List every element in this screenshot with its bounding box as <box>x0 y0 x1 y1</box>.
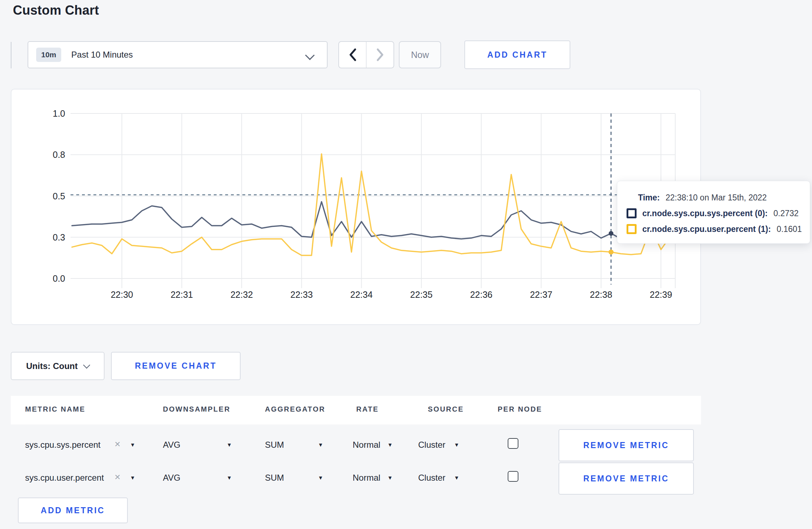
aggregator-arrow-icon[interactable]: ▼ <box>318 475 323 481</box>
x-axis-tick: 22:31 <box>170 290 193 300</box>
x-axis-tick: 22:30 <box>111 290 133 300</box>
source-arrow-icon[interactable]: ▼ <box>454 442 459 448</box>
downsampler-arrow-icon[interactable]: ▼ <box>227 475 232 481</box>
sys-hover-point <box>609 231 613 236</box>
tooltip-time-value: 22:38:10 on Mar 15th, 2022 <box>666 193 767 203</box>
cpu-usage-chart[interactable]: 0.00.30.50.81.022:3022:3122:3222:3322:34… <box>11 89 702 326</box>
clear-metric-icon[interactable]: × <box>115 471 120 483</box>
x-axis-tick: 22:33 <box>290 290 313 300</box>
source-arrow-icon[interactable]: ▼ <box>454 475 459 481</box>
downsampler-select[interactable]: AVG <box>163 473 180 483</box>
chevron-right-icon <box>376 48 384 61</box>
series-cr.node.sys.cpu.user.percent <box>72 154 671 256</box>
downsampler-select[interactable]: AVG <box>163 440 180 450</box>
x-axis-tick: 22:38 <box>590 290 613 300</box>
y-axis-tick: 0.8 <box>53 150 65 160</box>
next-window-button[interactable] <box>367 42 393 68</box>
tooltip-time-label: Time: <box>638 193 660 203</box>
sys-series-swatch-icon <box>627 208 637 218</box>
x-axis-tick: 22:35 <box>410 290 433 300</box>
rate-select[interactable]: Normal <box>353 440 380 450</box>
x-axis-tick: 22:37 <box>530 290 552 300</box>
remove-chart-button[interactable]: REMOVE CHART <box>111 352 241 380</box>
downsampler-arrow-icon[interactable]: ▼ <box>227 442 232 448</box>
rate-arrow-icon[interactable]: ▼ <box>387 475 393 481</box>
tooltip-user-label: cr.node.sys.cpu.user.percent (1): <box>642 224 771 234</box>
tooltip-time-row: Time: 22:38:10 on Mar 15th, 2022 <box>617 190 810 205</box>
y-axis-tick: 0.0 <box>53 273 65 283</box>
rate-select[interactable]: Normal <box>353 473 380 483</box>
metrics-table-header: METRIC NAME DOWNSAMPLER AGGREGATOR RATE … <box>11 396 701 424</box>
chart-card: 0.00.30.50.81.022:3022:3122:3222:3322:34… <box>11 89 701 325</box>
metric-name-select[interactable]: sys.cpu.user.percent <box>25 473 104 483</box>
tooltip-sys-value: 0.2732 <box>773 209 798 218</box>
page-title: Custom Chart <box>13 3 99 18</box>
toolbar-divider <box>11 42 11 68</box>
col-metric-name: METRIC NAME <box>25 405 86 413</box>
chevron-down-icon <box>305 50 315 60</box>
add-chart-button[interactable]: ADD CHART <box>464 40 570 69</box>
col-source: SOURCE <box>428 405 464 413</box>
col-downsampler: DOWNSAMPLER <box>163 405 231 413</box>
time-window-dropdown[interactable]: 10m Past 10 Minutes <box>28 41 328 68</box>
aggregator-select[interactable]: SUM <box>265 473 284 483</box>
col-rate: RATE <box>356 405 379 413</box>
series-cr.node.sys.cpu.sys.percent <box>72 202 671 239</box>
units-label: Units: Count <box>26 361 78 371</box>
user-series-swatch-icon <box>627 224 637 234</box>
tooltip-user-row: cr.node.sys.cpu.user.percent (1): 0.1601 <box>617 221 810 237</box>
aggregator-select[interactable]: SUM <box>265 440 284 450</box>
y-axis-tick: 0.5 <box>53 191 65 201</box>
metric-name-select[interactable]: sys.cpu.sys.percent <box>25 440 101 450</box>
tooltip-sys-row: cr.node.sys.cpu.sys.percent (0): 0.2732 <box>617 205 810 221</box>
col-per-node: PER NODE <box>498 405 542 413</box>
source-select[interactable]: Cluster <box>418 473 445 483</box>
add-metric-button[interactable]: ADD METRIC <box>18 498 128 523</box>
time-window-badge: 10m <box>36 48 61 62</box>
metric-dropdown-arrow-icon[interactable]: ▼ <box>130 475 135 481</box>
y-axis-tick: 1.0 <box>53 108 65 118</box>
source-select[interactable]: Cluster <box>418 440 445 450</box>
now-button[interactable]: Now <box>399 41 441 68</box>
y-axis-tick: 0.3 <box>53 232 65 242</box>
custom-chart-page: Custom Chart 10m Past 10 Minutes Now ADD… <box>0 0 812 529</box>
x-axis-tick: 22:36 <box>470 290 493 300</box>
col-aggregator: AGGREGATOR <box>265 405 325 413</box>
chart-tooltip: Time: 22:38:10 on Mar 15th, 2022 cr.node… <box>617 181 810 244</box>
x-axis-tick: 22:34 <box>350 290 373 300</box>
per-node-checkbox[interactable] <box>508 471 518 482</box>
aggregator-arrow-icon[interactable]: ▼ <box>318 442 323 448</box>
metric-dropdown-arrow-icon[interactable]: ▼ <box>130 442 135 448</box>
x-axis-tick: 22:39 <box>650 290 672 300</box>
remove-metric-button[interactable]: REMOVE METRIC <box>559 429 694 461</box>
chevron-left-icon <box>349 48 357 61</box>
clear-metric-icon[interactable]: × <box>115 438 120 450</box>
time-window-label: Past 10 Minutes <box>71 50 133 60</box>
tooltip-sys-label: cr.node.sys.cpu.sys.percent (0): <box>642 209 768 218</box>
previous-window-button[interactable] <box>339 42 367 68</box>
remove-metric-button[interactable]: REMOVE METRIC <box>559 462 694 495</box>
chevron-down-icon <box>83 361 90 369</box>
x-axis-tick: 22:32 <box>231 290 253 300</box>
units-dropdown[interactable]: Units: Count <box>11 352 105 380</box>
rate-arrow-icon[interactable]: ▼ <box>387 442 393 448</box>
time-window-pager <box>338 41 394 68</box>
user-hover-point <box>609 249 614 254</box>
tooltip-user-value: 0.1601 <box>777 224 802 234</box>
per-node-checkbox[interactable] <box>508 438 518 449</box>
